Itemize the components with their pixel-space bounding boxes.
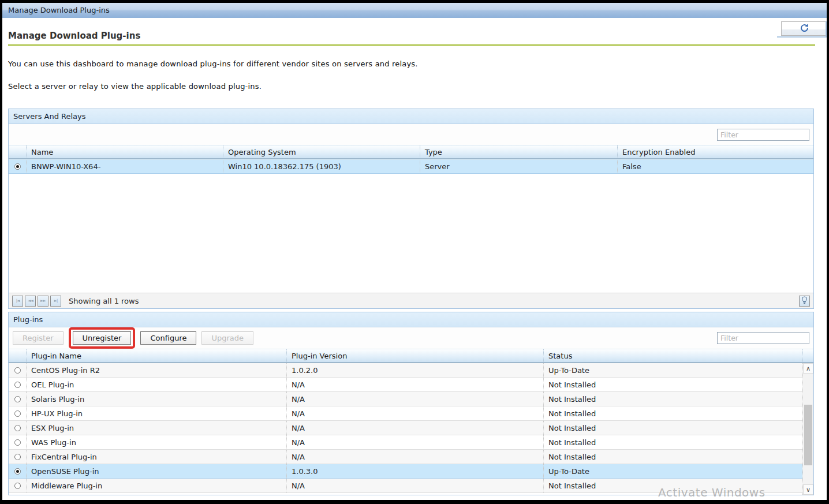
radio-unselected-icon[interactable]	[14, 425, 21, 431]
plugins-panel-title: Plug-ins	[13, 315, 43, 324]
row-select-radio[interactable]	[9, 435, 26, 449]
plugins-filter-input[interactable]	[717, 332, 809, 344]
column-header-encryption-enabled[interactable]: Encryption Enabled	[617, 145, 813, 158]
radio-column-header	[9, 349, 26, 362]
column-header-plugin-version[interactable]: Plug-in Version	[286, 349, 543, 362]
servers-table-body: BNWP-WIN10-X64-Win10 10.0.18362.175 (190…	[9, 159, 813, 174]
radio-selected-icon[interactable]	[14, 468, 21, 475]
radio-unselected-icon[interactable]	[14, 396, 21, 402]
scrollbar-track[interactable]	[803, 374, 813, 484]
table-cell: 1.0.2.0	[286, 363, 543, 377]
table-cell: HP-UX Plug-in	[26, 406, 286, 420]
refresh-toolbar[interactable]	[781, 21, 827, 36]
activate-windows-watermark: Activate Windows	[658, 486, 765, 499]
table-cell: ESX Plug-in	[26, 421, 286, 435]
scrollbar-thumb[interactable]	[804, 405, 812, 465]
hint-button[interactable]	[799, 296, 810, 307]
table-row[interactable]: CentOS Plug-in R21.0.2.0Up-To-Date	[9, 363, 813, 378]
row-select-radio[interactable]	[9, 421, 26, 435]
table-cell: BNWP-WIN10-X64-	[26, 160, 223, 173]
plugins-panel: Plug-ins Register Unregister Configure U…	[8, 312, 814, 495]
table-row[interactable]: Solaris Plug-inN/ANot Installed	[9, 392, 813, 406]
row-select-radio[interactable]	[9, 160, 26, 173]
row-select-radio[interactable]	[9, 392, 26, 406]
first-page-button[interactable]: |◄	[12, 296, 23, 307]
unregister-button[interactable]: Unregister	[73, 331, 132, 345]
column-header-name[interactable]: Name	[26, 145, 223, 158]
row-select-radio[interactable]	[9, 406, 26, 420]
window-title: Manage Download Plug-ins	[8, 6, 110, 14]
heading-divider	[8, 44, 815, 46]
table-cell: FixCentral Plug-in	[26, 450, 286, 464]
dashboard-description: You can use this dashboard to manage dow…	[8, 59, 418, 68]
radio-unselected-icon[interactable]	[14, 382, 21, 388]
servers-table-header: Name Operating System Type Encryption En…	[9, 145, 813, 159]
table-cell: Win10 10.0.18362.175 (1903)	[223, 160, 420, 173]
chevron-up-icon: ∧	[806, 365, 811, 372]
plugins-panel-toolbar: Register Unregister Configure Upgrade	[9, 327, 813, 349]
upgrade-button: Upgrade	[201, 331, 253, 345]
table-cell: N/A	[286, 450, 543, 464]
column-header-plugin-name[interactable]: Plug-in Name	[26, 349, 286, 362]
scrollbar-header-stub	[802, 349, 813, 362]
table-cell: N/A	[286, 479, 543, 492]
table-cell: Not Installed	[543, 435, 813, 449]
column-header-operating-system[interactable]: Operating System	[223, 145, 420, 158]
table-row[interactable]: HP-UX Plug-inN/ANot Installed	[9, 406, 813, 421]
table-cell: False	[617, 160, 813, 173]
panel-edge-line	[777, 36, 827, 38]
radio-unselected-icon[interactable]	[14, 367, 21, 374]
plugins-panel-header: Plug-ins	[9, 312, 813, 327]
previous-page-button[interactable]: ◄◄	[25, 296, 36, 307]
radio-column-header	[9, 145, 26, 158]
table-row[interactable]: OpenSUSE Plug-in1.0.3.0Up-To-Date	[9, 464, 813, 479]
radio-selected-icon[interactable]	[14, 163, 21, 170]
row-select-radio[interactable]	[9, 479, 26, 492]
table-row[interactable]: WAS Plug-inN/ANot Installed	[9, 435, 813, 450]
last-page-button[interactable]: ►|	[50, 296, 61, 307]
servers-and-relays-panel: Servers And Relays Name Operating System…	[8, 109, 814, 309]
plugins-table-body: CentOS Plug-in R21.0.2.0Up-To-DateOEL Pl…	[9, 363, 813, 495]
servers-panel-header: Servers And Relays	[9, 109, 813, 124]
row-select-radio[interactable]	[9, 363, 26, 377]
vertical-scrollbar[interactable]: ∧ ∨	[802, 363, 813, 495]
table-cell: Server	[420, 160, 617, 173]
table-row[interactable]: OEL Plug-inN/ANot Installed	[9, 378, 813, 392]
unregister-highlight-annotation: Unregister	[69, 327, 136, 349]
first-page-icon: |◄	[16, 298, 20, 303]
row-select-radio[interactable]	[9, 378, 26, 391]
table-cell: 1.0.3.0	[286, 464, 543, 478]
radio-unselected-icon[interactable]	[14, 454, 21, 460]
table-row[interactable]: BNWP-WIN10-X64-Win10 10.0.18362.175 (190…	[9, 159, 813, 174]
column-header-status[interactable]: Status	[543, 349, 802, 362]
scroll-up-button[interactable]: ∧	[803, 363, 813, 374]
table-cell: Not Installed	[543, 450, 813, 464]
row-select-radio[interactable]	[9, 464, 26, 478]
table-row[interactable]: FixCentral Plug-inN/ANot Installed	[9, 450, 813, 464]
row-select-radio[interactable]	[9, 450, 26, 464]
previous-page-icon: ◄◄	[28, 298, 33, 303]
radio-unselected-icon[interactable]	[14, 410, 21, 417]
radio-unselected-icon[interactable]	[14, 439, 21, 446]
table-cell: Middleware Plug-in	[26, 479, 286, 492]
register-button: Register	[13, 331, 64, 345]
table-cell: N/A	[286, 421, 543, 435]
window-titlebar: Manage Download Plug-ins	[2, 3, 827, 18]
servers-filter-input[interactable]	[717, 129, 809, 141]
page-title: Manage Download Plug-ins	[8, 31, 140, 41]
refresh-icon[interactable]	[800, 23, 809, 35]
table-cell: Not Installed	[543, 421, 813, 435]
scroll-down-button[interactable]: ∨	[803, 484, 813, 495]
servers-panel-toolbar	[9, 124, 813, 145]
chevron-down-icon: ∨	[806, 486, 811, 494]
table-cell: WAS Plug-in	[26, 435, 286, 449]
table-cell: Up-To-Date	[543, 464, 813, 478]
table-row[interactable]: ESX Plug-inN/ANot Installed	[9, 421, 813, 435]
table-cell: Solaris Plug-in	[26, 392, 286, 406]
configure-button[interactable]: Configure	[140, 331, 196, 345]
next-page-button[interactable]: ►►	[38, 296, 48, 307]
column-header-type[interactable]: Type	[420, 145, 617, 158]
table-cell: OpenSUSE Plug-in	[26, 464, 286, 478]
radio-unselected-icon[interactable]	[14, 483, 21, 489]
dashboard-content: Manage Download Plug-ins You can use thi…	[2, 18, 827, 500]
